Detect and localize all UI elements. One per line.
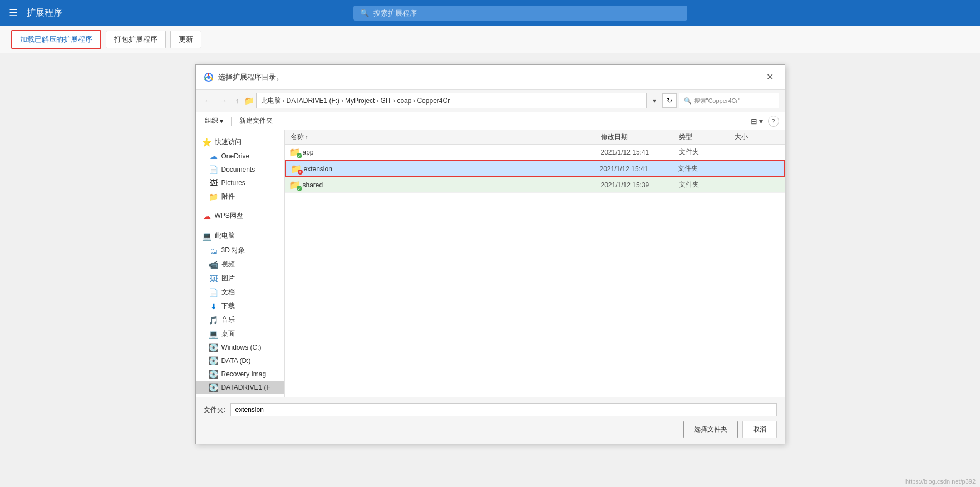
table-row[interactable]: 📁 ✓ app 2021/1/12 15:41 文件夹 xyxy=(285,145,785,160)
sidebar-label-onedrive: OneDrive xyxy=(221,152,250,160)
sidebar-divider-2 xyxy=(196,226,284,226)
sidebar-label-music: 音乐 xyxy=(221,315,235,325)
search-icon-small: 🔍 xyxy=(684,97,692,105)
fdrive-icon: 💽 xyxy=(209,383,218,392)
cancel-button[interactable]: 取消 xyxy=(742,421,777,438)
sidebar-item-cdrive[interactable]: 💽 Windows (C:) xyxy=(196,341,284,354)
file-name-shared: shared xyxy=(303,181,323,189)
up-button[interactable]: ↑ xyxy=(233,95,242,107)
new-folder-button[interactable]: 新建文件夹 xyxy=(236,115,276,127)
path-dropdown-button[interactable]: ▾ xyxy=(649,93,660,108)
dialog-bottombar: 文件夹: 选择文件夹 取消 xyxy=(196,397,785,444)
filelist-header: 名称 ↑ 修改日期 类型 大小 xyxy=(285,130,785,145)
sidebar-item-desktop[interactable]: 💻 桌面 xyxy=(196,327,284,341)
table-row[interactable]: 📁 ✓ shared 2021/1/12 15:39 文件夹 xyxy=(285,177,785,193)
filename-row: 文件夹: xyxy=(204,403,777,416)
view-controls: ⊟ ▾ ? xyxy=(748,116,779,127)
search-input[interactable] xyxy=(373,9,681,17)
sidebar-item-images[interactable]: 🖼 图片 xyxy=(196,271,284,285)
app-title: 扩展程序 xyxy=(27,7,62,19)
documents-icon: 📄 xyxy=(209,165,218,174)
file-date-extension: 2021/1/12 15:41 xyxy=(600,165,678,173)
file-type-extension: 文件夹 xyxy=(678,164,733,173)
sidebar-label-fdrive: DATADRIVE1 (F xyxy=(221,384,270,391)
sort-arrow-icon: ↑ xyxy=(306,134,308,140)
new-folder-label: 新建文件夹 xyxy=(239,116,273,126)
sidebar-item-downloads[interactable]: ⬇ 下载 xyxy=(196,299,284,313)
topbar: ☰ 扩展程序 🔍 xyxy=(0,0,980,26)
sidebar-item-wpsdisk[interactable]: ☁ WPS网盘 xyxy=(196,208,284,223)
3d-icon: 🗂 xyxy=(209,246,218,255)
action-buttons-row: 选择文件夹 取消 xyxy=(204,421,777,438)
sidebar-item-pictures[interactable]: 🖼 Pictures xyxy=(196,176,284,190)
sidebar-label-images: 图片 xyxy=(221,274,235,283)
col-size-header[interactable]: 大小 xyxy=(735,132,779,142)
path-part-3: MyProject xyxy=(345,97,375,105)
main-content: 选择扩展程序目录。 ✕ ← → ↑ 📁 此电脑 › DATADRIVE1 (F:… xyxy=(0,53,980,487)
menu-icon[interactable]: ☰ xyxy=(9,7,18,19)
back-button[interactable]: ← xyxy=(201,95,215,107)
path-part-2: DATADRIVE1 (F:) xyxy=(287,97,340,105)
sidebar-item-recovery[interactable]: 💽 Recovery Imag xyxy=(196,367,284,381)
file-name-app: app xyxy=(303,148,314,156)
sidebar-item-thispc[interactable]: 💻 此电脑 xyxy=(196,228,284,244)
col-date-header[interactable]: 修改日期 xyxy=(601,132,679,142)
path-part-1: 此电脑 xyxy=(261,96,281,106)
col-type-header[interactable]: 类型 xyxy=(679,132,735,142)
folder-shared-icon: 📁 ✓ xyxy=(290,181,299,190)
sidebar-item-documents[interactable]: 📄 Documents xyxy=(196,163,284,176)
cdrive-icon: 💽 xyxy=(209,343,218,352)
svg-point-1 xyxy=(207,76,210,79)
file-name-extension: extension xyxy=(304,165,332,173)
toolbar-separator xyxy=(231,117,232,126)
view-options-button[interactable]: ⊟ ▾ xyxy=(748,116,766,127)
path-folder-icon: 📁 xyxy=(244,96,254,105)
dialog-addressbar: ← → ↑ 📁 此电脑 › DATADRIVE1 (F:) › MyProjec… xyxy=(196,90,785,112)
sidebar-label-cdrive: Windows (C:) xyxy=(221,344,262,351)
sidebar-label-video: 视频 xyxy=(221,260,235,269)
sidebar-label-pictures: Pictures xyxy=(221,179,245,187)
folder-attach-icon: 📁 xyxy=(209,192,218,201)
dialog-title: 选择扩展程序目录。 xyxy=(218,72,283,82)
help-button[interactable]: ? xyxy=(768,116,779,127)
address-path[interactable]: 此电脑 › DATADRIVE1 (F:) › MyProject › GIT … xyxy=(256,93,647,108)
table-row[interactable]: 📁 ✕ extension 2021/1/12 15:41 文件夹 xyxy=(285,160,785,177)
wpsdisk-icon: ☁ xyxy=(203,212,211,221)
path-text: 此电脑 › DATADRIVE1 (F:) › MyProject › GIT … xyxy=(261,96,450,106)
ddrive-icon: 💽 xyxy=(209,356,218,365)
forward-button[interactable]: → xyxy=(217,95,230,107)
sidebar-item-docs[interactable]: 📄 文档 xyxy=(196,285,284,299)
sidebar-item-quickaccess[interactable]: ⭐ 快速访问 xyxy=(196,135,284,150)
sidebar-item-fdrive[interactable]: 💽 DATADRIVE1 (F xyxy=(196,381,284,394)
search-placeholder-text: 搜索"Copper4Cr" xyxy=(694,97,741,105)
path-part-4: GIT xyxy=(380,97,391,105)
file-type-app: 文件夹 xyxy=(679,147,735,157)
sidebar-item-attachments[interactable]: 📁 附件 xyxy=(196,190,284,203)
sidebar-item-music[interactable]: 🎵 音乐 xyxy=(196,313,284,327)
search-bar[interactable]: 🔍 xyxy=(353,6,687,21)
sidebar-item-ddrive[interactable]: 💽 DATA (D:) xyxy=(196,354,284,367)
sidebar-label-wpsdisk: WPS网盘 xyxy=(215,211,243,221)
col-name-header[interactable]: 名称 ↑ xyxy=(290,132,601,142)
file-date-shared: 2021/1/12 15:39 xyxy=(601,181,679,189)
filename-input[interactable] xyxy=(230,403,777,416)
video-icon: 📹 xyxy=(209,260,218,269)
file-name-cell: 📁 ✓ shared xyxy=(290,181,601,190)
refresh-button[interactable]: ↻ xyxy=(662,93,677,108)
update-button[interactable]: 更新 xyxy=(170,31,201,48)
dialog-search[interactable]: 🔍 搜索"Copper4Cr" xyxy=(679,93,779,108)
select-folder-button[interactable]: 选择文件夹 xyxy=(683,421,738,438)
sidebar-label-attachments: 附件 xyxy=(221,192,235,201)
sidebar-label-desktop: 桌面 xyxy=(221,329,235,339)
load-extension-button[interactable]: 加载已解压的扩展程序 xyxy=(11,30,101,49)
organize-button[interactable]: 组织 ▾ xyxy=(201,115,226,127)
sidebar-item-video[interactable]: 📹 视频 xyxy=(196,257,284,271)
file-dialog: 选择扩展程序目录。 ✕ ← → ↑ 📁 此电脑 › DATADRIVE1 (F:… xyxy=(195,64,785,444)
path-part-6: Copper4Cr xyxy=(417,97,450,105)
sidebar-item-3dobjects[interactable]: 🗂 3D 对象 xyxy=(196,244,284,257)
filename-label: 文件夹: xyxy=(204,405,226,415)
downloads-icon: ⬇ xyxy=(209,302,218,311)
pack-extension-button[interactable]: 打包扩展程序 xyxy=(106,31,166,48)
dialog-close-button[interactable]: ✕ xyxy=(763,71,777,83)
sidebar-item-onedrive[interactable]: ☁ OneDrive xyxy=(196,150,284,163)
